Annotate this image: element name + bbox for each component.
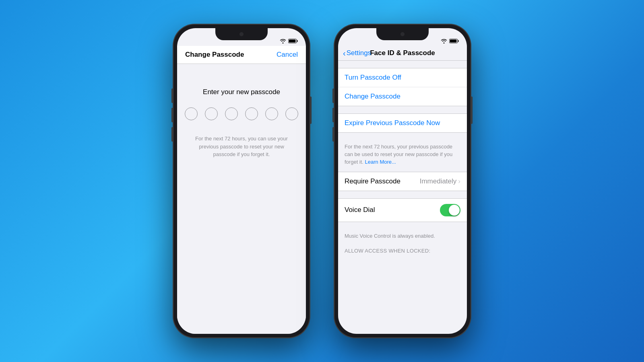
voice-dial-toggle[interactable] xyxy=(440,204,460,216)
expire-passcode-group: Expire Previous Passcode Now xyxy=(338,113,467,133)
voice-dial-row[interactable]: Voice Dial xyxy=(338,199,467,222)
right-wifi-icon xyxy=(441,39,447,43)
cancel-button[interactable]: Cancel xyxy=(277,51,298,59)
passcode-dot-2 xyxy=(205,107,218,120)
notch xyxy=(215,28,268,40)
passcode-dot-4 xyxy=(245,107,258,120)
require-passcode-label: Require Passcode xyxy=(345,177,400,185)
battery-icon xyxy=(288,39,298,43)
right-notch xyxy=(376,28,429,40)
left-phone: Change Passcode Cancel Enter your new pa… xyxy=(173,24,310,338)
expire-passcode-label: Expire Previous Passcode Now xyxy=(345,119,440,127)
nav-title: Face ID & Passcode xyxy=(370,49,435,57)
nav-bar: ‹ Settings Face ID & Passcode xyxy=(338,46,467,61)
voice-dial-label: Voice Dial xyxy=(345,206,375,214)
back-chevron-icon: ‹ xyxy=(343,49,346,57)
back-button[interactable]: ‹ Settings xyxy=(343,49,371,57)
require-passcode-value: Immediately xyxy=(420,177,457,185)
wifi-icon xyxy=(280,39,286,43)
passcode-dots xyxy=(185,107,298,120)
passcode-hint: For the next 72 hours, you can use your … xyxy=(189,135,294,158)
passcode-dot-1 xyxy=(185,107,198,120)
right-battery-icon xyxy=(449,39,459,43)
passcode-body: Enter your new passcode For the next 72 … xyxy=(177,64,306,334)
toggle-thumb xyxy=(449,205,460,216)
change-passcode-row[interactable]: Change Passcode xyxy=(338,87,467,106)
learn-more-link[interactable]: Learn More... xyxy=(365,159,396,165)
expire-passcode-footer-text: For the next 72 hours, your previous pas… xyxy=(345,144,452,165)
require-passcode-row[interactable]: Require Passcode Immediately › xyxy=(338,172,467,191)
allow-access-header: ALLOW ACCESS WHEN LOCKED: xyxy=(338,245,467,255)
passcode-header-title: Change Passcode xyxy=(185,51,244,59)
settings-content: Turn Passcode Off Change Passcode Expire… xyxy=(338,61,467,334)
right-notch-camera xyxy=(400,32,405,36)
svg-rect-2 xyxy=(289,40,296,43)
turn-passcode-off-label: Turn Passcode Off xyxy=(345,74,401,82)
svg-rect-5 xyxy=(450,40,457,43)
passcode-dot-6 xyxy=(285,107,298,120)
voice-dial-footer: Music Voice Control is always enabled. xyxy=(338,229,467,246)
back-label: Settings xyxy=(347,49,371,57)
voice-dial-group: Voice Dial xyxy=(338,198,467,222)
passcode-dot-3 xyxy=(225,107,238,120)
notch-camera xyxy=(239,32,244,36)
right-phone: ‹ Settings Face ID & Passcode Turn Passc… xyxy=(334,24,471,338)
require-passcode-chevron-icon: › xyxy=(458,177,460,185)
passcode-prompt: Enter your new passcode xyxy=(203,88,280,96)
expire-passcode-row[interactable]: Expire Previous Passcode Now xyxy=(338,114,467,132)
change-passcode-label: Change Passcode xyxy=(345,93,400,101)
require-passcode-group: Require Passcode Immediately › xyxy=(338,172,467,191)
svg-rect-4 xyxy=(458,40,459,42)
svg-rect-1 xyxy=(297,40,298,42)
passcode-actions-group: Turn Passcode Off Change Passcode xyxy=(338,68,467,106)
voice-dial-footer-text: Music Voice Control is always enabled. xyxy=(345,233,435,239)
allow-access-header-text: ALLOW ACCESS WHEN LOCKED: xyxy=(345,248,430,254)
passcode-dot-5 xyxy=(265,107,278,120)
turn-passcode-off-row[interactable]: Turn Passcode Off xyxy=(338,68,467,87)
expire-passcode-footer: For the next 72 hours, your previous pas… xyxy=(338,140,467,172)
passcode-header: Change Passcode Cancel xyxy=(177,46,306,64)
